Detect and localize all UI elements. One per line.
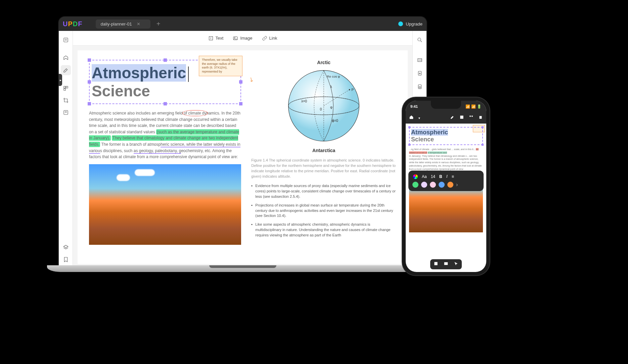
text-cursor <box>188 66 189 82</box>
color-swatch[interactable] <box>421 182 427 188</box>
svg-text:λ=0: λ=0 <box>301 99 307 103</box>
text-format-bar: Aa 14 B I ≡ › <box>408 171 484 191</box>
resize-handle[interactable] <box>239 102 242 105</box>
svg-rect-4 <box>66 86 68 88</box>
color-swatch[interactable] <box>447 182 453 188</box>
svg-rect-0 <box>64 38 68 42</box>
align-icon[interactable]: ≡ <box>452 174 454 179</box>
select-tool-icon[interactable] <box>454 261 458 267</box>
document-image[interactable] <box>89 164 241 245</box>
crop-icon[interactable] <box>61 95 71 105</box>
color-swatch[interactable] <box>439 182 445 188</box>
organize-icon[interactable] <box>61 83 71 93</box>
bold-button[interactable]: B <box>439 174 442 179</box>
image-tool-icon[interactable] <box>444 261 448 267</box>
text-tool-icon[interactable] <box>434 261 438 267</box>
tab-title: daliy-planner-01 <box>100 21 132 27</box>
close-icon[interactable]: ✕ <box>137 21 140 27</box>
selected-title-text[interactable]: Atmospheric <box>92 64 186 82</box>
document-canvas[interactable]: Atmospheric Science Therefore, we usuall… <box>73 46 412 269</box>
titlebar: UPDF daliy-planner-01 ✕ + Upgrade <box>59 17 427 31</box>
home-icon[interactable] <box>409 115 414 121</box>
phone-status-icons: 📶 📶 🔋 <box>465 104 482 109</box>
laptop-window: UPDF daliy-planner-01 ✕ + Upgrade ▸ <box>59 17 427 269</box>
link-tool[interactable]: Link <box>262 36 277 41</box>
phone-document[interactable]: Atmospheric Science ...ng field of clima… <box>406 124 486 272</box>
phone-paragraph: ...ng field of climate ...gists believed… <box>409 148 483 171</box>
phone-title-selected: Atmospheric <box>411 129 448 136</box>
reader-mode-icon[interactable] <box>61 35 71 45</box>
svg-rect-34 <box>480 116 482 119</box>
text-tool[interactable]: T Text <box>208 36 224 41</box>
left-sidebar <box>59 31 73 269</box>
resize-handle[interactable] <box>239 80 242 84</box>
resize-handle[interactable] <box>88 102 91 105</box>
document-page: Atmospheric Science Therefore, we usuall… <box>78 50 408 264</box>
resize-handle[interactable] <box>164 102 167 105</box>
bookmark-icon[interactable] <box>61 255 71 265</box>
resize-handle[interactable] <box>88 80 91 84</box>
svg-point-30 <box>419 87 420 88</box>
sphere-svg: P λ=0 0 φ ɸ=0 λ Re cos φ <box>285 67 362 144</box>
resize-handle[interactable] <box>408 126 410 128</box>
svg-text:0: 0 <box>320 107 322 111</box>
font-button[interactable]: Aa <box>422 174 427 179</box>
phone-selection-box[interactable]: Atmospheric Science <box>409 127 483 145</box>
svg-line-25 <box>420 41 422 42</box>
export-icon[interactable] <box>415 69 425 79</box>
phone-time: 9:41 <box>410 104 418 108</box>
title-text: Science <box>92 82 150 100</box>
svg-rect-5 <box>64 89 65 90</box>
color-swatch[interactable] <box>430 182 436 188</box>
edit-tool-icon[interactable] <box>61 65 71 75</box>
svg-text:φ: φ <box>330 105 332 109</box>
document-tab[interactable]: daliy-planner-01 ✕ <box>96 19 150 29</box>
resize-handle[interactable] <box>408 144 410 146</box>
resize-handle[interactable] <box>164 58 167 62</box>
sidebar-expand-handle[interactable]: ▸ <box>59 74 62 86</box>
text-selection-box[interactable]: Atmospheric Science Therefore, we usuall… <box>89 60 241 104</box>
list-item: Like some aspects of atmospheric chemist… <box>251 222 396 238</box>
pencil-icon[interactable] <box>450 115 455 121</box>
more-colors-icon[interactable]: › <box>456 182 458 188</box>
image-tool[interactable]: Image <box>233 36 252 41</box>
resize-handle[interactable] <box>88 58 91 62</box>
svg-rect-33 <box>472 116 473 117</box>
sphere-bottom-label: Antarctica <box>251 148 396 153</box>
upgrade-button[interactable]: Upgrade <box>406 21 422 27</box>
text-icon[interactable] <box>459 115 464 121</box>
italic-button[interactable]: I <box>446 174 448 179</box>
font-size[interactable]: 14 <box>431 174 435 179</box>
user-avatar[interactable] <box>398 21 403 26</box>
chevron-down-icon[interactable]: ▾ <box>418 116 420 120</box>
callout-note[interactable]: Therefore, we usually take the average r… <box>199 56 242 76</box>
figure-caption: Figure 1.4 The spherical coordinate syst… <box>251 158 396 179</box>
organize-icon[interactable] <box>469 115 474 121</box>
copy-icon[interactable] <box>478 115 483 121</box>
ocr-icon[interactable]: OCR <box>415 55 425 65</box>
layers-icon[interactable] <box>61 242 71 253</box>
resize-handle[interactable] <box>482 144 484 146</box>
list-item: Projections of increases in global mean … <box>251 203 396 219</box>
resize-handle[interactable] <box>482 126 484 128</box>
svg-text:Re cos φ: Re cos φ <box>327 75 340 78</box>
color-swatch[interactable] <box>412 182 418 188</box>
svg-text:λ: λ <box>330 85 332 89</box>
text-tool-label: Text <box>216 36 224 41</box>
edit-toolbar: T Text Image Link <box>73 31 412 46</box>
protect-icon[interactable] <box>415 82 425 92</box>
svg-text:OCR: OCR <box>418 59 422 61</box>
phone-screen: 9:41 📶 📶 🔋 ▾ Atmospheric <box>406 101 486 272</box>
search-icon[interactable] <box>415 35 425 45</box>
app-logo: UPDF <box>63 20 82 28</box>
sphere-top-label: Arctic <box>251 60 396 65</box>
cloud-decoration <box>117 174 130 181</box>
color-picker-icon[interactable] <box>413 174 418 179</box>
add-tab-button[interactable]: + <box>156 20 161 28</box>
redact-icon[interactable] <box>61 107 71 118</box>
cloud-decoration <box>135 169 155 176</box>
bullet-list: Evidence from multiple sources of proxy … <box>251 183 396 241</box>
svg-rect-36 <box>444 262 448 265</box>
phone-device: 9:41 📶 📶 🔋 ▾ Atmospheric <box>402 97 490 275</box>
comment-tool-icon[interactable] <box>61 53 71 63</box>
